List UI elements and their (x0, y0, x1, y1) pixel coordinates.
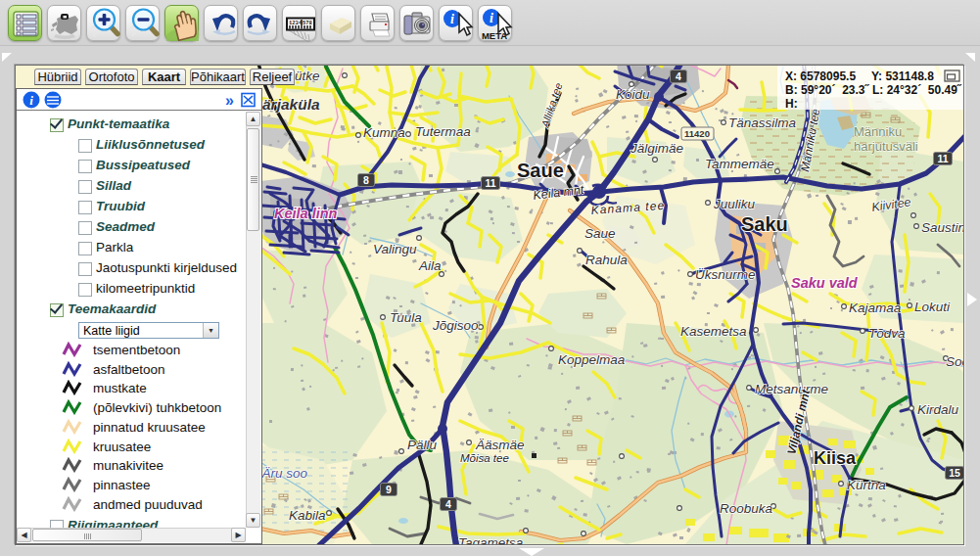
svg-text:4: 4 (445, 498, 451, 510)
svg-text:Roobuka: Roobuka (720, 501, 773, 516)
svg-text:1234: 1234 (289, 20, 303, 26)
svg-text:Tuula: Tuula (390, 310, 422, 325)
svg-text:Jõgisoo: Jõgisoo (432, 318, 479, 333)
svg-text:Üksnurme: Üksnurme (695, 267, 756, 282)
svg-text:Kumna: Kumna (363, 125, 405, 140)
svg-text:Kiisa: Kiisa (814, 448, 857, 468)
svg-text:Koppelmaa: Koppelmaa (558, 352, 626, 367)
svg-text:Saku: Saku (741, 213, 788, 235)
svg-text:Aila: Aila (418, 258, 442, 273)
svg-text:11: 11 (485, 177, 495, 189)
svg-text:Metsanurme: Metsanurme (755, 382, 828, 396)
svg-text:Kajamaa: Kajamaa (849, 301, 902, 315)
svg-text:harjutusväli: harjutusväli (854, 139, 918, 154)
svg-text:Juuliku: Juuliku (713, 197, 756, 211)
svg-text:Jälgimäe: Jälgimäe (630, 141, 683, 156)
svg-text:i: i (29, 93, 33, 108)
svg-text:-Äru soo: -Äru soo (257, 466, 308, 481)
svg-text:Rahula: Rahula (585, 253, 628, 267)
svg-text:Tagametsa: Tagametsa (458, 535, 524, 544)
svg-text:»: » (225, 92, 234, 109)
svg-text:Lokuti: Lokuti (914, 300, 951, 314)
svg-text:i: i (490, 11, 493, 25)
svg-text:Saue: Saue (517, 160, 564, 181)
svg-text:Tänassilma: Tänassilma (728, 116, 797, 130)
svg-text:9: 9 (386, 484, 392, 495)
svg-text:Kirdalu: Kirdalu (917, 402, 959, 417)
svg-text:Saue: Saue (584, 226, 616, 241)
svg-text:11420: 11420 (684, 128, 710, 139)
svg-text:Valingu: Valingu (373, 242, 417, 256)
svg-text:Ääsmäe: Ääsmäe (475, 438, 525, 452)
svg-text:Männiku: Männiku (854, 124, 902, 139)
svg-text:Kasemetsa: Kasemetsa (680, 324, 747, 339)
svg-text:Saustina: Saustina (921, 220, 963, 235)
svg-text:578: 578 (303, 20, 313, 26)
svg-text:i: i (450, 12, 454, 26)
svg-text:Tutermaa: Tutermaa (415, 124, 471, 139)
svg-text:11: 11 (937, 153, 948, 164)
svg-text:Kabila: Kabila (289, 508, 326, 523)
svg-text:8: 8 (363, 174, 369, 186)
svg-text:Pällu: Pällu (407, 438, 438, 452)
svg-text:Tõdva: Tõdva (868, 326, 906, 341)
svg-text:Koidu: Koidu (616, 87, 650, 102)
svg-text:Tammemäe: Tammemäe (705, 157, 774, 171)
svg-text:Mõisa tee: Mõisa tee (460, 452, 509, 464)
svg-text:Keila linn: Keila linn (274, 206, 338, 221)
svg-text:4: 4 (676, 70, 681, 82)
svg-text:Kürtna: Kürtna (847, 478, 886, 492)
svg-text:15: 15 (949, 467, 960, 479)
svg-text:ärjaküla: ärjaküla (262, 96, 320, 113)
svg-text:Soo: Soo (946, 354, 963, 369)
svg-text:META: META (482, 30, 507, 41)
svg-text:Saku vald: Saku vald (791, 275, 859, 291)
